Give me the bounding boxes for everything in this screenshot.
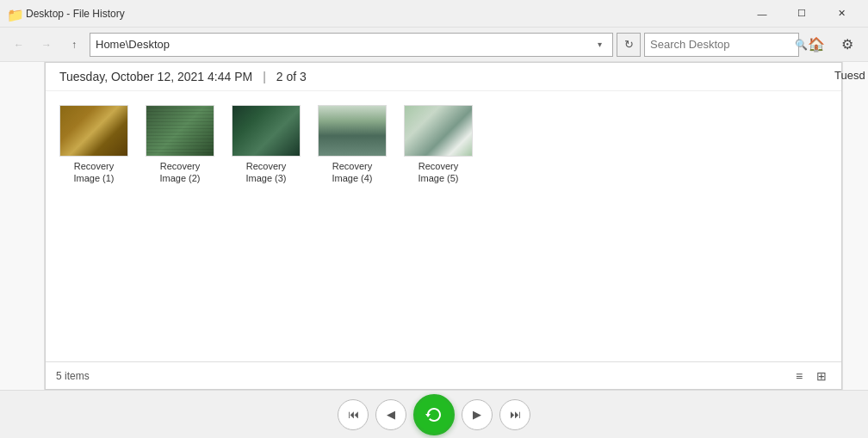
- left-panel: [0, 62, 45, 390]
- settings-button[interactable]: ⚙: [834, 31, 861, 59]
- title-bar: 📁 Desktop - File History — ☐ ✕: [0, 0, 868, 28]
- file-area: Tuesday, October 12, 2021 4:44 PM | 2 of…: [45, 62, 842, 390]
- minimize-button[interactable]: —: [742, 0, 782, 28]
- content-area: Tuesday, October 12, 2021 4:44 PM | 2 of…: [0, 62, 868, 390]
- file-label: RecoveryImage (3): [245, 160, 286, 185]
- file-label: RecoveryImage (2): [159, 160, 200, 185]
- up-button[interactable]: ↑: [62, 33, 86, 57]
- maximize-button[interactable]: ☐: [782, 0, 822, 28]
- app-icon: 📁: [7, 7, 21, 21]
- forward-button[interactable]: →: [34, 33, 59, 57]
- list-item[interactable]: RecoveryImage (2): [146, 105, 214, 185]
- list-item[interactable]: Recovery Image (1): [59, 105, 128, 185]
- page-info: 2 of 3: [276, 70, 307, 83]
- file-thumbnail: [59, 105, 128, 157]
- file-thumbnail: [232, 105, 301, 157]
- last-button[interactable]: ⏭: [499, 399, 530, 430]
- close-button[interactable]: ✕: [822, 0, 861, 28]
- date-text: Tuesday, October 12, 2021 4:44 PM: [59, 70, 252, 83]
- file-thumbnail: [146, 105, 214, 157]
- restore-button[interactable]: [413, 394, 455, 435]
- file-thumbnail: [404, 105, 473, 157]
- bottom-bar: ⏮ ◀ ▶ ⏭: [0, 390, 868, 438]
- grid-view-button[interactable]: ⊞: [812, 367, 831, 386]
- view-buttons: ≡ ⊞: [790, 367, 831, 386]
- next-button[interactable]: ▶: [462, 399, 493, 430]
- address-dropdown-icon[interactable]: ▾: [592, 34, 607, 56]
- prev-button[interactable]: ◀: [375, 399, 406, 430]
- back-button[interactable]: ←: [7, 33, 31, 57]
- file-label: RecoveryImage (4): [332, 160, 372, 185]
- file-label: RecoveryImage (5): [418, 160, 458, 185]
- window-title: Desktop - File History: [26, 8, 742, 20]
- list-item[interactable]: RecoveryImage (3): [232, 105, 301, 185]
- search-bar[interactable]: 🔍: [644, 33, 799, 57]
- files-grid: Recovery Image (1) RecoveryImage (2) Rec…: [46, 91, 841, 361]
- list-item[interactable]: RecoveryImage (5): [404, 105, 473, 185]
- status-bar: 5 items ≡ ⊞: [46, 361, 841, 389]
- refresh-button[interactable]: ↻: [617, 33, 641, 57]
- date-header: Tuesday, October 12, 2021 4:44 PM | 2 of…: [46, 63, 841, 91]
- first-button[interactable]: ⏮: [338, 399, 369, 430]
- nav-bar: ← → ↑ ▾ ↻ 🔍 🏠 ⚙: [0, 28, 868, 62]
- list-item[interactable]: RecoveryImage (4): [318, 105, 387, 185]
- items-count: 5 items: [56, 370, 90, 382]
- right-panel: Tuesd: [842, 62, 868, 390]
- address-bar[interactable]: ▾: [90, 33, 613, 57]
- file-label: Recovery Image (1): [59, 160, 128, 185]
- address-input[interactable]: [96, 38, 592, 51]
- right-date-partial: Tuesd: [834, 69, 865, 82]
- file-thumbnail: [318, 105, 387, 157]
- list-view-button[interactable]: ≡: [790, 367, 809, 386]
- home-button[interactable]: 🏠: [803, 31, 830, 59]
- restore-icon: [424, 404, 444, 425]
- date-separator: |: [263, 70, 266, 83]
- search-input[interactable]: [650, 38, 795, 51]
- window-controls: — ☐ ✕: [742, 0, 861, 28]
